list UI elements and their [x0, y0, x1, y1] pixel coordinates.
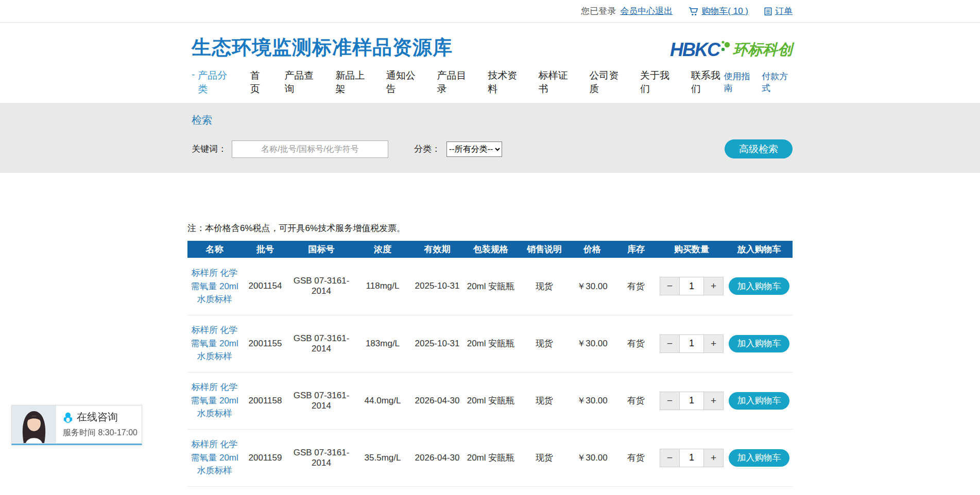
- expiry-cell: 2025-10-31: [411, 486, 463, 495]
- quantity-input[interactable]: [680, 335, 703, 352]
- add-to-cart-button[interactable]: 加入购物车: [729, 392, 789, 410]
- product-name-link[interactable]: 标样所 化学需氧量 20ml 水质标样: [190, 324, 239, 363]
- product-name-link[interactable]: 标样所 化学需氧量 20ml 水质标样: [190, 267, 239, 306]
- cart-group: 购物车( 10 ): [688, 5, 748, 17]
- member-center-link[interactable]: 会员中心: [620, 5, 655, 17]
- table-header-row: 名称批号国标号浓度有效期包装规格销售说明价格库存购买数量放入购物车: [187, 241, 793, 258]
- chat-title: 在线咨询: [77, 410, 118, 424]
- expiry-cell: 2026-04-30: [411, 429, 463, 486]
- package-cell: 20ml 安瓿瓶: [463, 372, 519, 429]
- nav-secondary-links: 使用指南 付款方式: [724, 70, 793, 94]
- brand-dots-icon: [719, 39, 732, 54]
- sales-cell: 现货: [519, 429, 570, 486]
- quantity-input[interactable]: [680, 277, 703, 295]
- column-header: 国标号: [289, 241, 354, 258]
- quantity-stepper: − +: [660, 277, 724, 295]
- quantity-stepper: − +: [660, 449, 724, 467]
- nav-item[interactable]: 技术资料: [488, 69, 521, 96]
- chat-hours: 服务时间 8:30-17:00: [63, 428, 137, 438]
- brand-name: 环标科创: [733, 40, 793, 60]
- batch-cell: 2001154: [242, 258, 289, 315]
- concentration-cell: 86.0mg/L: [354, 486, 411, 495]
- nav-item[interactable]: 通知公告: [386, 69, 419, 96]
- increase-quantity-button[interactable]: +: [703, 392, 723, 410]
- usage-guide-link[interactable]: 使用指南: [724, 70, 754, 94]
- add-to-cart-button[interactable]: 加入购物车: [729, 335, 789, 352]
- decrease-quantity-button[interactable]: −: [660, 392, 680, 410]
- nav-item[interactable]: 首页: [250, 69, 267, 96]
- logout-link[interactable]: 退出: [655, 5, 673, 17]
- search-section: 检索 关键词： 分类： --所有分类-- 高级检索: [0, 103, 980, 173]
- column-header: 购买数量: [658, 241, 726, 258]
- product-table-body: 标样所 化学需氧量 20ml 水质标样 2001154 GSB 07-3161-…: [187, 258, 793, 495]
- brand-logo: HBKC 环标科创: [670, 39, 793, 61]
- add-to-cart-button[interactable]: 加入购物车: [729, 277, 789, 295]
- product-table: 名称批号国标号浓度有效期包装规格销售说明价格库存购买数量放入购物车 标样所 化学…: [187, 241, 793, 495]
- nav-item[interactable]: 产品查询: [285, 69, 318, 96]
- quantity-input[interactable]: [680, 392, 703, 410]
- chat-text: 在线咨询 服务时间 8:30-17:00: [56, 405, 137, 444]
- nav-item[interactable]: 关于我们: [640, 69, 673, 96]
- batch-cell: 2001158: [242, 372, 289, 429]
- nav-item[interactable]: 标样证书: [539, 69, 572, 96]
- table-row: 标样所 化学需氧量 20ml 水质标样 2001155 GSB 07-3161-…: [187, 315, 793, 372]
- site-header: 生态环境监测标准样品资源库 HBKC 环标科创 -产品分类 首页产品查询新品上架…: [0, 23, 980, 103]
- package-cell: 20ml 安瓿瓶: [463, 315, 519, 372]
- order-link[interactable]: 订单: [775, 5, 793, 17]
- cart-link[interactable]: 购物车( 10 ): [701, 5, 748, 17]
- stock-cell: 有货: [614, 486, 658, 495]
- price-cell: ￥30.00: [570, 315, 614, 372]
- column-header: 放入购物车: [726, 241, 793, 258]
- package-cell: 20ml 安瓿瓶: [463, 429, 519, 486]
- table-row: 标样所 化学需氧量 20ml 水质标样 2001158 GSB 07-3161-…: [187, 372, 793, 429]
- column-header: 浓度: [354, 241, 411, 258]
- search-title: 检索: [187, 113, 793, 127]
- quantity-input[interactable]: [680, 449, 703, 467]
- keyword-input[interactable]: [232, 140, 388, 158]
- column-header: 有效期: [411, 241, 463, 258]
- tax-note: 注：本价格含6%税点，可开具6%技术服务增值税发票。: [187, 222, 793, 234]
- nav-item[interactable]: 公司资质: [589, 69, 622, 96]
- gsb-cell: GSB 07-3161-2014: [289, 372, 354, 429]
- concentration-cell: 35.5mg/L: [354, 429, 411, 486]
- column-header: 价格: [570, 241, 614, 258]
- product-name-link[interactable]: 标样所 化学需氧量 20ml 水质标样: [190, 438, 239, 478]
- nav-item-product-categories[interactable]: -产品分类: [192, 69, 232, 96]
- column-header: 名称: [187, 241, 242, 258]
- nav-active-label: 产品分类: [198, 69, 232, 96]
- increase-quantity-button[interactable]: +: [703, 277, 723, 295]
- category-select[interactable]: --所有分类--: [446, 142, 502, 157]
- stock-cell: 有货: [614, 429, 658, 486]
- chat-widget[interactable]: 在线咨询 服务时间 8:30-17:00: [11, 405, 142, 445]
- nav-item[interactable]: 产品目录: [437, 69, 470, 96]
- advanced-search-button[interactable]: 高级检索: [725, 139, 793, 158]
- column-header: 销售说明: [519, 241, 570, 258]
- quantity-stepper: − +: [660, 334, 724, 353]
- nav-item[interactable]: 联系我们: [691, 69, 724, 96]
- decrease-quantity-button[interactable]: −: [660, 277, 680, 295]
- category-label: 分类：: [414, 143, 440, 155]
- sales-cell: 现货: [519, 258, 570, 315]
- stock-cell: 有货: [614, 372, 658, 429]
- nav-item[interactable]: 新品上架: [335, 69, 368, 96]
- decrease-quantity-button[interactable]: −: [660, 449, 680, 467]
- brand-logo-text: HBKC: [670, 39, 719, 61]
- increase-quantity-button[interactable]: +: [703, 335, 723, 352]
- order-group: 订单: [764, 5, 793, 17]
- product-name-link[interactable]: 标样所 化学需氧量 20ml 水质标样: [190, 381, 239, 420]
- price-cell: ￥30.00: [570, 372, 614, 429]
- main-content: 注：本价格含6%税点，可开具6%技术服务增值税发票。 名称批号国标号浓度有效期包…: [187, 222, 793, 495]
- add-to-cart-button[interactable]: 加入购物车: [729, 449, 789, 467]
- agent-photo: [12, 405, 56, 443]
- cart-icon: [688, 6, 699, 16]
- column-header: 批号: [242, 241, 289, 258]
- stock-cell: 有货: [614, 315, 658, 372]
- increase-quantity-button[interactable]: +: [703, 449, 723, 467]
- payment-method-link[interactable]: 付款方式: [762, 70, 793, 94]
- price-cell: ￥30.00: [570, 429, 614, 486]
- quantity-stepper: − +: [660, 392, 724, 410]
- gsb-cell: GSB 07-3161-2014: [289, 258, 354, 315]
- gsb-cell: GSB 07-3160-2014: [289, 486, 354, 495]
- decrease-quantity-button[interactable]: −: [660, 335, 680, 352]
- expiry-cell: 2026-04-30: [411, 372, 463, 429]
